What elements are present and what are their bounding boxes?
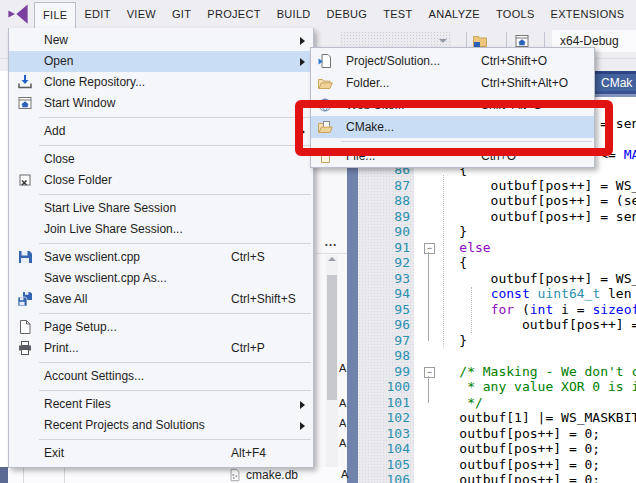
menu-item-label: Print... — [44, 338, 79, 359]
line-number: 106 — [376, 472, 410, 483]
line-number: 102 — [376, 410, 410, 426]
explorer-file-label: cmake.db — [246, 468, 298, 482]
menu-item-label: New — [44, 30, 68, 51]
menu-item-close-folder[interactable]: Close Folder — [9, 170, 313, 191]
menu-separator — [9, 240, 313, 247]
menu-item-label: Join Live Share Session... — [44, 219, 183, 240]
submenu-arrow-icon — [300, 37, 305, 45]
code-line-101: 101 */ — [347, 395, 636, 411]
menu-separator — [9, 436, 313, 443]
line-number: 87 — [376, 178, 410, 194]
save-all-icon — [17, 291, 33, 307]
menu-item-shortcut: Ctrl+P — [231, 338, 265, 359]
menu-test[interactable]: TEST — [375, 2, 420, 27]
code-line-94: 94 const uint64_t len = sendlen — [347, 286, 636, 302]
more-options-icon[interactable]: … — [324, 234, 338, 249]
menu-item-exit[interactable]: ExitAlt+F4 — [9, 443, 313, 464]
code-line-99: 99 /* Masking - We don't care a — [347, 364, 636, 380]
menu-debug[interactable]: DEBUG — [319, 2, 376, 27]
code-line-104: 104 outbuf[pos++] = 0; — [347, 441, 636, 457]
menu-item-label: Open — [44, 51, 73, 72]
explorer-file-row[interactable]: cmake.db A — [8, 467, 347, 483]
git-status-badge: A — [339, 362, 346, 374]
menu-item-page-setup[interactable]: Page Setup... — [9, 317, 313, 338]
fold-collapse-icon[interactable]: − — [424, 367, 435, 378]
menu-item-account-settings[interactable]: Account Settings... — [9, 366, 313, 387]
menu-item-save-wsclient-cpp-as[interactable]: Save wsclient.cpp As... — [9, 268, 313, 289]
line-number: 105 — [376, 457, 410, 473]
visual-studio-window: FILEEDITVIEWGITPROJECTBUILDDEBUGTESTANAL… — [0, 0, 636, 483]
page-setup-icon — [17, 319, 33, 335]
menu-item-start-window[interactable]: Start Window — [9, 93, 313, 114]
menu-item-print[interactable]: Print...Ctrl+P — [9, 338, 313, 359]
panel-divider — [316, 253, 347, 254]
code-text: * any value XOR 0 is itself — [428, 379, 636, 395]
code-line-102: 102 outbuf[1] |= WS_MASKBIT; — [347, 410, 636, 426]
menu-item-close[interactable]: Close — [9, 149, 313, 170]
menu-item-save-wsclient-cpp[interactable]: Save wsclient.cppCtrl+S — [9, 247, 313, 268]
code-text: { — [428, 255, 467, 271]
project-solution-icon — [317, 53, 333, 69]
code-text: for (int i = sizeof(uint64 — [428, 302, 636, 318]
code-text: outbuf[pos++] = sendlen & 0xF — [428, 209, 636, 225]
explorer-scrollbar[interactable] — [326, 255, 338, 467]
code-text: /* Masking - We don't care a — [428, 364, 636, 380]
line-number: 91 — [376, 240, 410, 256]
menu-build[interactable]: BUILD — [269, 2, 319, 27]
menu-item-clone-repository[interactable]: Clone Repository... — [9, 72, 313, 93]
scroll-up-icon[interactable] — [328, 257, 336, 261]
code-text: outbuf[pos++] = WS_FIN | W — [428, 178, 636, 194]
menu-item-label: Save All — [44, 289, 87, 310]
solution-explorer-strip: … AAAA — [314, 168, 347, 467]
menu-item-shortcut: Ctrl+Shift+O — [481, 50, 547, 72]
menu-item-project-solution[interactable]: Project/Solution...Ctrl+Shift+O — [311, 50, 594, 72]
line-number: 92 — [376, 255, 410, 271]
menu-item-folder[interactable]: Folder...Ctrl+Shift+Alt+O — [311, 72, 594, 94]
tree-indent-guide — [64, 467, 65, 483]
menu-view[interactable]: VIEW — [119, 2, 164, 27]
menu-extensions[interactable]: EXTENSIONS — [543, 2, 633, 27]
folder-open-icon — [317, 75, 333, 91]
menu-item-label: Start Live Share Session — [44, 198, 176, 219]
menu-analyze[interactable]: ANALYZE — [421, 2, 488, 27]
menu-item-join-live-share-session[interactable]: Join Live Share Session... — [9, 219, 313, 240]
code-line-87: 87 outbuf[pos++] = WS_FIN | W — [347, 178, 636, 194]
menu-item-new[interactable]: New — [9, 30, 313, 51]
menu-item-save-all[interactable]: Save AllCtrl+Shift+S — [9, 289, 313, 310]
menu-item-label: Exit — [44, 443, 64, 464]
menu-item-shortcut: Ctrl+Shift+Alt+O — [481, 72, 568, 94]
line-number: 99 — [376, 364, 410, 380]
dock-edge — [0, 467, 8, 483]
code-text: outbuf[pos++] = (sendlen >> 8) — [428, 193, 636, 209]
close-folder-icon — [17, 172, 33, 188]
menu-item-label: Recent Files — [44, 394, 111, 415]
line-number: 97 — [376, 333, 410, 349]
chevron-down-icon — [439, 39, 447, 43]
menu-edit[interactable]: EDIT — [76, 2, 118, 27]
code-text: outbuf[pos++] = len >> — [428, 317, 636, 333]
menu-tools[interactable]: TOOLS — [488, 2, 543, 27]
fold-collapse-icon[interactable]: − — [424, 243, 435, 254]
menu-project[interactable]: PROJECT — [199, 2, 268, 27]
vs-logo-icon — [7, 3, 29, 25]
menu-git[interactable]: GIT — [164, 2, 199, 27]
menu-item-start-live-share-session[interactable]: Start Live Share Session — [9, 198, 313, 219]
line-number: 103 — [376, 426, 410, 442]
menu-item-recent-files[interactable]: Recent Files — [9, 394, 313, 415]
submenu-arrow-icon — [300, 401, 305, 409]
menu-item-add[interactable]: Add — [9, 121, 313, 142]
menu-bar-items: FILEEDITVIEWGITPROJECTBUILDDEBUGTESTANAL… — [34, 0, 632, 28]
menu-item-recent-projects-and-solutions[interactable]: Recent Projects and Solutions — [9, 415, 313, 436]
code-text: outbuf[pos++] = 0; — [428, 441, 600, 457]
code-line-97: 97 } — [347, 333, 636, 349]
tab-cmake-label[interactable]: CMak — [601, 76, 632, 90]
menu-item-label: Recent Projects and Solutions — [44, 415, 205, 436]
menu-item-shortcut: Alt+F4 — [231, 443, 266, 464]
menu-item-open[interactable]: Open — [9, 51, 313, 72]
scrollbar-thumb[interactable] — [327, 275, 337, 400]
line-number: 96 — [376, 317, 410, 333]
menu-file[interactable]: FILE — [34, 2, 76, 28]
git-status-badge: A — [339, 397, 346, 409]
menu-item-label: Account Settings... — [44, 366, 144, 387]
line-number: 90 — [376, 224, 410, 240]
